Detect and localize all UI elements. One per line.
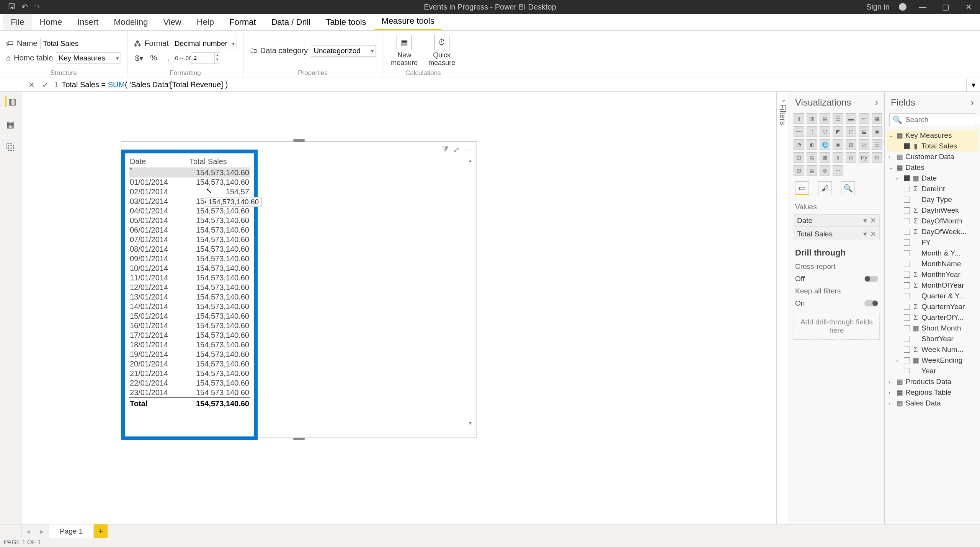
table-row[interactable]: 20/01/2014154,573,140.60 [129,359,250,369]
field-node[interactable]: Day Type [887,194,978,205]
table-node[interactable]: ›▦Regions Table [887,387,978,398]
table-row[interactable]: 16/01/2014154,573,140.60 [129,321,250,330]
collapse-icon[interactable]: › [875,97,878,108]
field-node[interactable]: ΣQuarternYear [887,301,978,312]
field-node[interactable]: ΣQuarterOfY... [887,312,978,323]
field-caret-icon[interactable]: › [896,357,902,363]
field-node[interactable]: ▮Total Sales [887,141,978,151]
ribbon-tab-modeling[interactable]: Modeling [106,14,155,30]
well-menu-icon[interactable]: ▾ [863,216,867,225]
ribbon-tab-data-drill[interactable]: Data / Drill [264,14,318,30]
data-view-icon[interactable]: ▦ [5,119,16,130]
viz-type-7[interactable]: 〰 [794,126,804,137]
table-row[interactable]: 15/01/2014154,573,140.60 [129,311,250,321]
field-node[interactable]: ›▦Date [887,173,978,184]
expand-caret-icon[interactable]: ⌄ [889,164,894,171]
cross-report-toggle[interactable] [864,276,878,282]
decimals-spinner[interactable]: ▴▾ [191,52,220,64]
data-category-select[interactable]: Uncategorized [311,45,376,57]
ribbon-tab-home[interactable]: Home [32,14,70,30]
spinner-down-icon[interactable]: ▾ [215,57,220,61]
field-well[interactable]: Date▾✕ [794,214,880,227]
page-tab[interactable]: Page 1 [49,524,94,538]
viz-type-13[interactable]: ▣ [872,126,882,137]
viz-type-1[interactable]: ▥ [807,113,817,124]
field-node[interactable]: FY [887,237,978,248]
field-checkbox[interactable] [904,197,910,203]
expand-caret-icon[interactable]: ⌄ [889,132,894,138]
table-row[interactable]: 14/01/2014154,573,140.60 [129,302,250,311]
table-node[interactable]: ›▦Products Data [887,376,978,387]
viz-type-2[interactable]: ▤ [820,113,830,124]
field-checkbox[interactable] [904,186,910,192]
field-checkbox[interactable] [904,368,910,374]
ribbon-tab-insert[interactable]: Insert [70,14,106,30]
ribbon-tab-table-tools[interactable]: Table tools [318,14,374,30]
maximize-icon[interactable]: ▢ [939,2,952,11]
home-table-select[interactable]: Key Measures [56,52,121,64]
viz-type-25[interactable]: R [846,152,856,163]
field-node[interactable]: ΣMonthnYear [887,269,978,280]
ribbon-tab-file[interactable]: File [3,14,32,30]
commit-formula-icon[interactable]: ✓ [41,80,50,90]
viz-type-24[interactable]: ⫴ [833,152,843,163]
expand-caret-icon[interactable]: › [889,154,894,160]
signin-link[interactable]: Sign in [866,3,890,11]
field-checkbox[interactable] [904,218,910,224]
field-node[interactable]: ΣWeek Num... [887,344,978,355]
field-checkbox[interactable] [904,261,910,267]
focus-mode-icon[interactable]: ⤢ [453,145,460,154]
more-options-icon[interactable]: ⋯ [464,145,472,154]
drill-drop-zone[interactable]: Add drill-through fields here [794,313,880,340]
table-row[interactable]: 22/01/2014154,573,140.60 [129,378,250,388]
viz-type-19[interactable]: ⍁ [859,139,869,150]
formula-text[interactable]: 1Total Sales = SUM( 'Sales Data'[Total R… [54,80,962,89]
add-page-button[interactable]: + [94,524,108,538]
decimal-inc-icon[interactable]: .0→.00 [177,53,188,63]
field-checkbox[interactable] [904,239,910,246]
field-checkbox[interactable] [904,175,910,181]
viz-type-22[interactable]: ⧉ [807,152,817,163]
field-node[interactable]: ΣDateInt [887,184,978,194]
viz-type-11[interactable]: ◫ [846,126,856,137]
viz-type-6[interactable]: ▦ [872,113,882,124]
field-node[interactable]: Quarter & Y... [887,291,978,301]
ribbon-tab-format[interactable]: Format [222,14,264,30]
fields-search[interactable]: 🔍 [889,113,975,126]
field-checkbox[interactable] [904,250,910,256]
field-caret-icon[interactable]: › [896,175,902,181]
viz-type-30[interactable]: ⊘ [820,165,830,176]
ribbon-tab-help[interactable]: Help [189,14,222,30]
decimals-input[interactable] [191,53,214,63]
viz-type-9[interactable]: ⬡ [820,126,830,137]
viz-type-21[interactable]: ⊡ [794,152,804,163]
field-node[interactable]: ShortYear [887,334,978,344]
field-node[interactable]: ΣDayOfMonth [887,216,978,226]
name-input[interactable] [40,38,105,49]
field-node[interactable]: Month & Y... [887,248,978,259]
field-checkbox[interactable] [904,314,910,321]
collapse-icon[interactable]: › [971,97,974,108]
viz-type-0[interactable]: ⫿ [794,113,804,124]
table-visual[interactable]: Date Total Sales 154,573,140.6001/01/201… [125,153,254,436]
viz-type-3[interactable]: ☰ [833,113,843,124]
table-row[interactable]: 08/01/2014154,573,140.60 [129,244,250,254]
well-menu-icon[interactable]: ▾ [863,230,867,238]
field-checkbox[interactable] [904,347,910,353]
field-node[interactable]: ΣMonthOfYear [887,280,978,291]
percent-icon[interactable]: % [148,53,159,63]
field-node[interactable]: ΣDayOfWeek... [887,226,978,237]
visual-scrollbar[interactable] [469,161,474,422]
table-row[interactable]: 11/01/2014154,573,140.60 [129,273,250,283]
col-total-sales[interactable]: Total Sales [189,157,249,166]
field-checkbox[interactable] [904,325,910,331]
save-icon[interactable]: 🖫 [8,2,15,11]
format-tab-icon[interactable]: 🖌 [818,181,832,195]
table-row[interactable]: 04/01/2014154,573,140.60 [129,206,250,216]
expand-caret-icon[interactable]: › [889,389,894,396]
col-date[interactable]: Date [130,157,189,166]
viz-type-27[interactable]: ⯐ [872,152,882,163]
table-row[interactable]: 06/01/2014154,573,140.60 [129,225,250,235]
table-row[interactable]: 23/01/2014154 573 140 60 [129,388,250,397]
quick-measure-button[interactable]: ⏱ Quick measure [426,34,457,68]
